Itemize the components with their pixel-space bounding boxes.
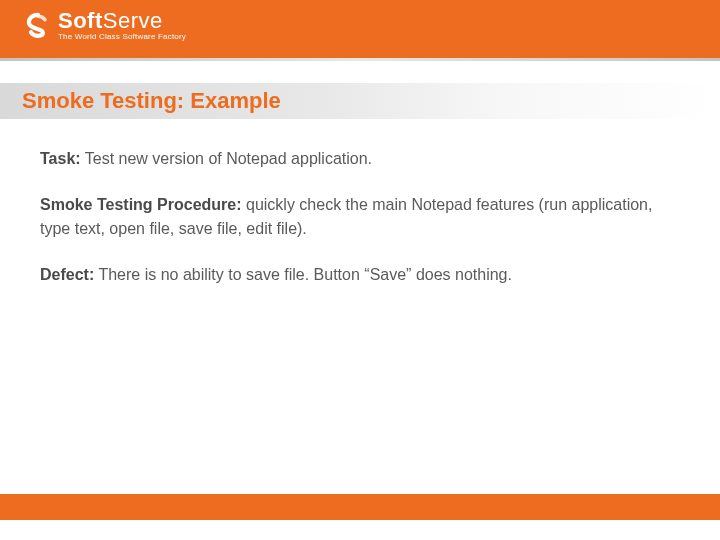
logo: SoftServe The World Class Software Facto… (24, 10, 186, 41)
logo-tagline: The World Class Software Factory (58, 33, 186, 41)
slide-title: Smoke Testing: Example (22, 88, 281, 114)
header-band: SoftServe The World Class Software Facto… (0, 0, 720, 58)
task-paragraph: Task: Test new version of Notepad applic… (40, 147, 680, 171)
logo-title-light: Serve (103, 8, 163, 33)
procedure-paragraph: Smoke Testing Procedure: quickly check t… (40, 193, 680, 241)
softserve-logo-icon (24, 12, 52, 40)
defect-text: There is no ability to save file. Button… (94, 266, 512, 283)
defect-label: Defect: (40, 266, 94, 283)
logo-text: SoftServe The World Class Software Facto… (58, 10, 186, 41)
footer-band (0, 494, 720, 520)
defect-paragraph: Defect: There is no ability to save file… (40, 263, 680, 287)
task-text: Test new version of Notepad application. (81, 150, 372, 167)
slide-title-bar: Smoke Testing: Example (0, 83, 720, 119)
slide-content: Task: Test new version of Notepad applic… (0, 119, 720, 287)
header-underline (0, 58, 720, 61)
logo-title: SoftServe (58, 10, 186, 32)
procedure-label: Smoke Testing Procedure: (40, 196, 242, 213)
task-label: Task: (40, 150, 81, 167)
logo-title-bold: Soft (58, 8, 103, 33)
